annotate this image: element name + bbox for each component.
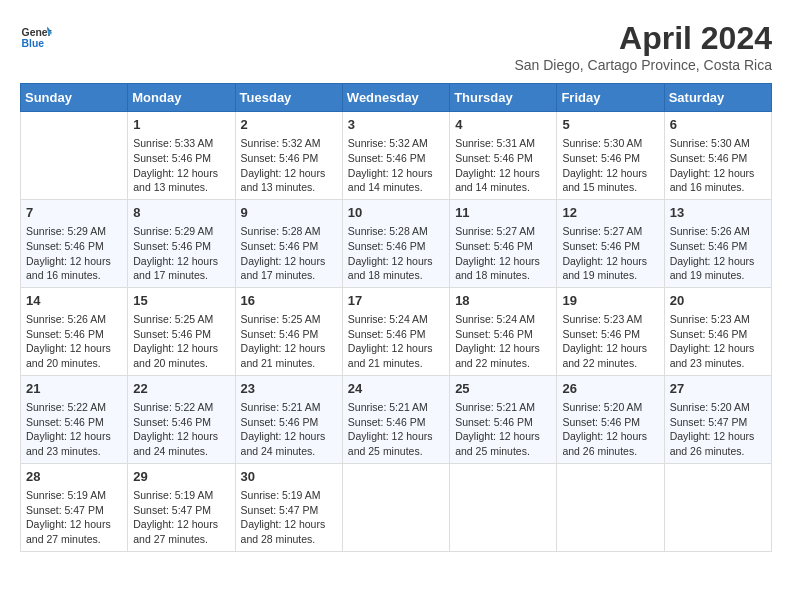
calendar-cell: 11Sunrise: 5:27 AMSunset: 5:46 PMDayligh… <box>450 199 557 287</box>
day-info: Sunrise: 5:25 AMSunset: 5:46 PMDaylight:… <box>241 312 337 371</box>
day-number: 20 <box>670 292 766 310</box>
calendar-cell: 2Sunrise: 5:32 AMSunset: 5:46 PMDaylight… <box>235 112 342 200</box>
weekday-header-tuesday: Tuesday <box>235 84 342 112</box>
day-info: Sunrise: 5:29 AMSunset: 5:46 PMDaylight:… <box>26 224 122 283</box>
day-info: Sunrise: 5:25 AMSunset: 5:46 PMDaylight:… <box>133 312 229 371</box>
day-number: 13 <box>670 204 766 222</box>
svg-text:Blue: Blue <box>22 38 45 49</box>
weekday-header-sunday: Sunday <box>21 84 128 112</box>
day-number: 22 <box>133 380 229 398</box>
calendar-cell: 22Sunrise: 5:22 AMSunset: 5:46 PMDayligh… <box>128 375 235 463</box>
day-number: 14 <box>26 292 122 310</box>
day-info: Sunrise: 5:24 AMSunset: 5:46 PMDaylight:… <box>455 312 551 371</box>
day-info: Sunrise: 5:28 AMSunset: 5:46 PMDaylight:… <box>241 224 337 283</box>
title-area: April 2024 San Diego, Cartago Province, … <box>514 20 772 73</box>
logo-icon: General Blue <box>20 20 52 52</box>
day-info: Sunrise: 5:28 AMSunset: 5:46 PMDaylight:… <box>348 224 444 283</box>
day-info: Sunrise: 5:33 AMSunset: 5:46 PMDaylight:… <box>133 136 229 195</box>
day-info: Sunrise: 5:21 AMSunset: 5:46 PMDaylight:… <box>241 400 337 459</box>
day-info: Sunrise: 5:21 AMSunset: 5:46 PMDaylight:… <box>348 400 444 459</box>
day-number: 27 <box>670 380 766 398</box>
calendar-cell: 8Sunrise: 5:29 AMSunset: 5:46 PMDaylight… <box>128 199 235 287</box>
weekday-header-friday: Friday <box>557 84 664 112</box>
calendar-cell: 16Sunrise: 5:25 AMSunset: 5:46 PMDayligh… <box>235 287 342 375</box>
weekday-header-wednesday: Wednesday <box>342 84 449 112</box>
calendar-table: SundayMondayTuesdayWednesdayThursdayFrid… <box>20 83 772 552</box>
weekday-header-thursday: Thursday <box>450 84 557 112</box>
calendar-subtitle: San Diego, Cartago Province, Costa Rica <box>514 57 772 73</box>
calendar-cell <box>664 463 771 551</box>
day-info: Sunrise: 5:29 AMSunset: 5:46 PMDaylight:… <box>133 224 229 283</box>
day-number: 28 <box>26 468 122 486</box>
day-info: Sunrise: 5:21 AMSunset: 5:46 PMDaylight:… <box>455 400 551 459</box>
day-info: Sunrise: 5:30 AMSunset: 5:46 PMDaylight:… <box>670 136 766 195</box>
day-info: Sunrise: 5:26 AMSunset: 5:46 PMDaylight:… <box>670 224 766 283</box>
header: General Blue April 2024 San Diego, Carta… <box>20 20 772 73</box>
day-number: 5 <box>562 116 658 134</box>
calendar-cell: 28Sunrise: 5:19 AMSunset: 5:47 PMDayligh… <box>21 463 128 551</box>
day-info: Sunrise: 5:26 AMSunset: 5:46 PMDaylight:… <box>26 312 122 371</box>
day-info: Sunrise: 5:30 AMSunset: 5:46 PMDaylight:… <box>562 136 658 195</box>
weekday-header-saturday: Saturday <box>664 84 771 112</box>
calendar-cell: 23Sunrise: 5:21 AMSunset: 5:46 PMDayligh… <box>235 375 342 463</box>
weekday-header-row: SundayMondayTuesdayWednesdayThursdayFrid… <box>21 84 772 112</box>
day-info: Sunrise: 5:27 AMSunset: 5:46 PMDaylight:… <box>455 224 551 283</box>
day-info: Sunrise: 5:31 AMSunset: 5:46 PMDaylight:… <box>455 136 551 195</box>
calendar-cell <box>557 463 664 551</box>
calendar-week-row: 14Sunrise: 5:26 AMSunset: 5:46 PMDayligh… <box>21 287 772 375</box>
calendar-cell: 30Sunrise: 5:19 AMSunset: 5:47 PMDayligh… <box>235 463 342 551</box>
day-info: Sunrise: 5:20 AMSunset: 5:46 PMDaylight:… <box>562 400 658 459</box>
day-number: 24 <box>348 380 444 398</box>
day-number: 2 <box>241 116 337 134</box>
calendar-cell: 27Sunrise: 5:20 AMSunset: 5:47 PMDayligh… <box>664 375 771 463</box>
calendar-cell: 5Sunrise: 5:30 AMSunset: 5:46 PMDaylight… <box>557 112 664 200</box>
day-number: 7 <box>26 204 122 222</box>
calendar-cell: 9Sunrise: 5:28 AMSunset: 5:46 PMDaylight… <box>235 199 342 287</box>
day-info: Sunrise: 5:32 AMSunset: 5:46 PMDaylight:… <box>241 136 337 195</box>
day-number: 4 <box>455 116 551 134</box>
day-number: 18 <box>455 292 551 310</box>
calendar-cell: 24Sunrise: 5:21 AMSunset: 5:46 PMDayligh… <box>342 375 449 463</box>
calendar-cell: 19Sunrise: 5:23 AMSunset: 5:46 PMDayligh… <box>557 287 664 375</box>
day-number: 15 <box>133 292 229 310</box>
calendar-cell: 21Sunrise: 5:22 AMSunset: 5:46 PMDayligh… <box>21 375 128 463</box>
day-number: 1 <box>133 116 229 134</box>
calendar-cell: 4Sunrise: 5:31 AMSunset: 5:46 PMDaylight… <box>450 112 557 200</box>
calendar-cell: 14Sunrise: 5:26 AMSunset: 5:46 PMDayligh… <box>21 287 128 375</box>
calendar-cell: 29Sunrise: 5:19 AMSunset: 5:47 PMDayligh… <box>128 463 235 551</box>
calendar-cell: 17Sunrise: 5:24 AMSunset: 5:46 PMDayligh… <box>342 287 449 375</box>
calendar-week-row: 28Sunrise: 5:19 AMSunset: 5:47 PMDayligh… <box>21 463 772 551</box>
day-number: 10 <box>348 204 444 222</box>
day-number: 9 <box>241 204 337 222</box>
weekday-header-monday: Monday <box>128 84 235 112</box>
day-number: 30 <box>241 468 337 486</box>
calendar-cell <box>21 112 128 200</box>
day-number: 17 <box>348 292 444 310</box>
day-number: 19 <box>562 292 658 310</box>
day-number: 25 <box>455 380 551 398</box>
day-number: 6 <box>670 116 766 134</box>
calendar-cell: 12Sunrise: 5:27 AMSunset: 5:46 PMDayligh… <box>557 199 664 287</box>
calendar-week-row: 21Sunrise: 5:22 AMSunset: 5:46 PMDayligh… <box>21 375 772 463</box>
day-info: Sunrise: 5:22 AMSunset: 5:46 PMDaylight:… <box>133 400 229 459</box>
day-info: Sunrise: 5:27 AMSunset: 5:46 PMDaylight:… <box>562 224 658 283</box>
day-number: 11 <box>455 204 551 222</box>
calendar-cell: 18Sunrise: 5:24 AMSunset: 5:46 PMDayligh… <box>450 287 557 375</box>
calendar-cell: 3Sunrise: 5:32 AMSunset: 5:46 PMDaylight… <box>342 112 449 200</box>
calendar-cell: 13Sunrise: 5:26 AMSunset: 5:46 PMDayligh… <box>664 199 771 287</box>
calendar-cell: 20Sunrise: 5:23 AMSunset: 5:46 PMDayligh… <box>664 287 771 375</box>
day-number: 23 <box>241 380 337 398</box>
day-info: Sunrise: 5:23 AMSunset: 5:46 PMDaylight:… <box>562 312 658 371</box>
calendar-cell: 6Sunrise: 5:30 AMSunset: 5:46 PMDaylight… <box>664 112 771 200</box>
calendar-week-row: 1Sunrise: 5:33 AMSunset: 5:46 PMDaylight… <box>21 112 772 200</box>
day-number: 3 <box>348 116 444 134</box>
day-info: Sunrise: 5:20 AMSunset: 5:47 PMDaylight:… <box>670 400 766 459</box>
day-info: Sunrise: 5:23 AMSunset: 5:46 PMDaylight:… <box>670 312 766 371</box>
day-number: 8 <box>133 204 229 222</box>
day-number: 21 <box>26 380 122 398</box>
day-info: Sunrise: 5:32 AMSunset: 5:46 PMDaylight:… <box>348 136 444 195</box>
calendar-cell <box>450 463 557 551</box>
logo: General Blue <box>20 20 52 52</box>
calendar-cell: 15Sunrise: 5:25 AMSunset: 5:46 PMDayligh… <box>128 287 235 375</box>
day-info: Sunrise: 5:19 AMSunset: 5:47 PMDaylight:… <box>133 488 229 547</box>
